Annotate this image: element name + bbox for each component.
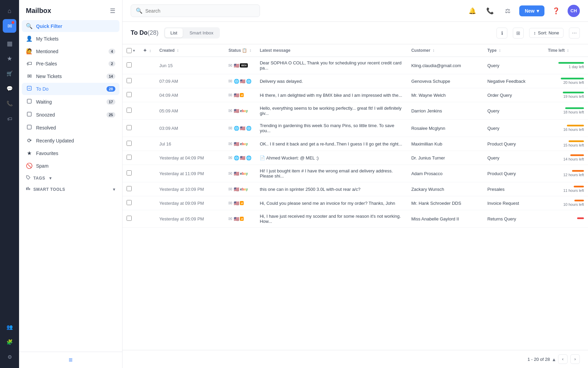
smart-tools-section[interactable]: SMART TOOLS ▾ xyxy=(22,184,119,195)
customer-cell: Genoveva Schuppe xyxy=(407,74,484,88)
notifications-icon[interactable]: 🔔 xyxy=(466,5,478,17)
row-checkbox[interactable] xyxy=(127,108,132,113)
row-checkbox[interactable] xyxy=(127,125,132,130)
row-checkbox[interactable] xyxy=(127,141,132,146)
prev-page-button[interactable]: ‹ xyxy=(558,354,568,364)
row-checkbox[interactable] xyxy=(127,155,132,160)
table-row[interactable]: 05:09 AM ✉ 🇺🇸 ebay Hello, everything see… xyxy=(122,102,588,120)
sort-button[interactable]: ↕ Sort: None xyxy=(529,28,564,38)
sidebar-item-label: Spam xyxy=(36,163,115,169)
sidebar-item-new-tickets[interactable]: ✉ New Tickets 14 xyxy=(22,70,119,82)
tags-section[interactable]: TAGS ▾ xyxy=(22,172,119,184)
status-cell: ✉ 🇺🇸 a xyxy=(224,210,256,228)
sidebar-item-spam[interactable]: 🚫 Spam xyxy=(22,160,119,172)
row-checkbox-cell xyxy=(122,210,139,228)
table-row[interactable]: Yesterday at 04:09 PM ✉ 🌐 🇺🇸 🌐 📄 Ahmed W… xyxy=(122,151,588,165)
filter-icon[interactable]: ⚖ xyxy=(502,5,514,17)
home-nav-icon[interactable]: ⌂ xyxy=(3,4,16,18)
sidebar-item-resolved[interactable]: Resolved xyxy=(22,122,119,134)
phone-icon[interactable]: 📞 xyxy=(484,5,496,17)
cart-nav-icon[interactable]: 🛒 xyxy=(3,67,16,80)
message-cell: Hello, everything seems to be working pe… xyxy=(256,102,407,120)
sidebar-item-pre-sales[interactable]: 🏷 Pre-Sales 2 xyxy=(22,58,119,70)
select-arrow[interactable]: ▾ xyxy=(133,49,135,52)
customer-cell: Mr. Wayne Welch xyxy=(407,88,484,102)
list-view-button[interactable]: List xyxy=(165,28,183,37)
tags-chevron-icon[interactable]: ▾ xyxy=(49,176,52,181)
customer-col-header[interactable]: Customer ↕ xyxy=(407,44,484,57)
table-row[interactable]: 03:09 AM ✉ 🌐 🇺🇸 🌐 Trending in gardening … xyxy=(122,120,588,137)
tag-nav-icon[interactable]: 🏷 xyxy=(3,112,16,125)
todo-badge: 28 xyxy=(107,86,115,92)
more-options-icon[interactable]: ⋯ xyxy=(569,28,580,39)
pagination: 1 - 20 of 28 ▴ ‹ › xyxy=(122,350,588,368)
select-all-checkbox[interactable] xyxy=(127,48,132,53)
users-nav-icon[interactable]: 👥 xyxy=(3,320,16,334)
search-input[interactable] xyxy=(145,8,255,14)
chat-nav-icon[interactable]: 💬 xyxy=(3,82,16,95)
time-label: 19 hours left xyxy=(563,94,584,98)
help-icon[interactable]: ❓ xyxy=(550,5,562,17)
row-checkbox-cell xyxy=(122,102,139,120)
row-checkbox[interactable] xyxy=(127,78,132,83)
created-col-header[interactable]: Created ↕ xyxy=(155,44,224,57)
table-row[interactable]: 07:09 AM ✉ 🌐 🇺🇸 🌐 Delivery was delayed. … xyxy=(122,74,588,88)
message-col-header[interactable]: Latest message xyxy=(256,44,407,57)
sidebar-item-recently-updated[interactable]: ⟳ Recently Updated xyxy=(22,135,119,147)
table-row[interactable]: Yesterday at 05:09 PM ✉ 🇺🇸 a Hi, I have … xyxy=(122,210,588,228)
smart-tools-chevron-icon[interactable]: ▾ xyxy=(113,187,115,192)
table-row[interactable]: Yesterday at 09:09 PM ✉ 🇺🇸 a Hi, Could y… xyxy=(122,196,588,210)
created-cell: 04:09 AM xyxy=(155,88,224,102)
sidebar-item-to-do[interactable]: To Do 28 xyxy=(22,83,119,95)
time-bar xyxy=(558,62,584,64)
star-nav-icon[interactable]: ★ xyxy=(3,52,16,65)
status-col-header[interactable]: Status 📋 ↕ xyxy=(224,44,256,57)
sidebar-item-label: My Tickets xyxy=(36,36,115,42)
info-icon[interactable]: ℹ xyxy=(496,28,507,39)
mail-nav-icon[interactable]: ✉ xyxy=(3,19,16,33)
new-button[interactable]: New ▾ xyxy=(519,5,544,16)
type-col-header[interactable]: Type ↕ xyxy=(483,44,544,57)
table-row[interactable]: Yesterday at 11:09 PM ✉ 🇺🇸 ebay Hi! I ju… xyxy=(122,165,588,182)
page-title: To Do(28) xyxy=(131,29,159,36)
row-checkbox[interactable] xyxy=(127,170,132,175)
smart-inbox-button[interactable]: Smart Inbox xyxy=(184,28,219,37)
sidebar-footer-icon[interactable]: ≡ xyxy=(69,356,73,364)
search-box[interactable]: 🔍 xyxy=(131,4,260,17)
table-row[interactable]: 04:09 AM ✉ 🇺🇸 a Hi there, I am delighted… xyxy=(122,88,588,102)
row-checkbox[interactable] xyxy=(127,200,132,205)
row-checkbox[interactable] xyxy=(127,62,132,67)
sidebar-item-my-tickets[interactable]: 👤 My Tickets xyxy=(22,33,119,45)
row-checkbox[interactable] xyxy=(127,92,132,97)
pagination-expand-icon[interactable]: ▴ xyxy=(553,356,555,363)
message-cell: Hi, I have just received my scooter and … xyxy=(256,210,407,228)
avatar[interactable]: CH xyxy=(568,5,580,17)
table-row[interactable]: Yesterday at 10:09 PM ✉ 🇺🇸 ebay this one… xyxy=(122,182,588,196)
chart-nav-icon[interactable]: ▦ xyxy=(3,37,16,50)
sidebar-item-snoozed[interactable]: Snoozed 25 xyxy=(22,109,119,121)
puzzle-nav-icon[interactable]: 🧩 xyxy=(3,335,16,349)
sidebar-item-mentioned[interactable]: 🙋 Mentioned 4 xyxy=(22,45,119,57)
next-page-button[interactable]: › xyxy=(570,354,580,364)
table-row[interactable]: Jul 16 ✉ 🇺🇸 ebay OK.. I ll send it back … xyxy=(122,137,588,151)
time-left-cell: 18 hours left xyxy=(544,102,588,120)
row-checkbox[interactable] xyxy=(127,216,132,221)
ai-cell xyxy=(139,196,155,210)
settings-nav-icon[interactable]: ⚙ xyxy=(3,350,16,364)
columns-icon[interactable]: ⊞ xyxy=(513,28,524,39)
time-left-col-header[interactable]: Time left ↕ xyxy=(544,44,588,57)
message-text: OK.. I ll send it back and get a re-fund… xyxy=(260,141,403,147)
ai-cell xyxy=(139,151,155,165)
sidebar-item-waiting[interactable]: Waiting 17 xyxy=(22,96,119,108)
message-cell: Hi! I just bought item # I have the wron… xyxy=(256,165,407,182)
message-text: 📄 Ahmed Wuckert: @ MEL :) xyxy=(260,155,403,160)
phone-nav-icon[interactable]: 📞 xyxy=(3,97,16,110)
pre-sales-icon: 🏷 xyxy=(26,61,33,67)
row-checkbox[interactable] xyxy=(127,186,132,191)
message-status-icon: ✉ xyxy=(228,186,232,192)
ai-cell xyxy=(139,102,155,120)
table-row[interactable]: Jun 15 ✉ 🇺🇸 WIX Dear SOPHIA O COLL, Than… xyxy=(122,57,588,74)
sidebar-item-quick-filter[interactable]: 🔍 Quick Filter xyxy=(22,20,119,32)
sidebar-menu-icon[interactable]: ☰ xyxy=(110,7,115,15)
sidebar-item-favourites[interactable]: ★ Favourites xyxy=(22,147,119,159)
